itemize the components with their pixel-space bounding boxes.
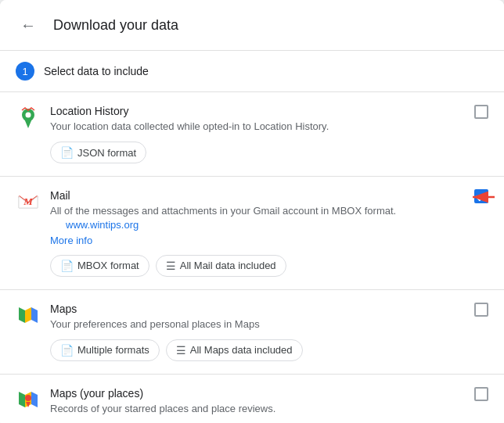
location-history-body: Location History Your location data coll… <box>50 105 465 134</box>
step-label: Select data to include <box>44 65 149 77</box>
maps-title: Maps <box>50 303 465 315</box>
svg-marker-10 <box>31 307 38 323</box>
list-icon: ☰ <box>176 344 186 357</box>
list-item: Location History Your location data coll… <box>0 92 504 177</box>
maps-desc: Your preferences and personal places in … <box>50 317 465 332</box>
svg-point-14 <box>25 395 31 401</box>
list-icon: ☰ <box>166 260 176 272</box>
chip[interactable]: 📄 MBOX format <box>50 255 149 277</box>
location-history-checkbox[interactable] <box>474 105 488 119</box>
list-item: Maps (your places) Records of your starr… <box>0 375 504 423</box>
chip[interactable]: ☰ All Maps data included <box>166 339 303 361</box>
chip[interactable]: 📄 JSON format <box>50 142 146 163</box>
mail-chips: 📄 MBOX format ☰ All Mail data included <box>16 255 488 277</box>
svg-marker-11 <box>19 392 25 407</box>
step-number: 1 <box>16 62 34 81</box>
maps-your-places-body: Maps (your places) Records of your starr… <box>50 387 465 416</box>
mail-icon: M <box>16 189 41 214</box>
chip-label: All Mail data included <box>180 260 276 271</box>
maps-chips: 📄 Multiple formats ☰ All Maps data inclu… <box>16 339 488 361</box>
doc-icon: 📄 <box>60 146 74 159</box>
main-window: ← Download your data 1 Select data to in… <box>0 0 504 423</box>
chip-label: JSON format <box>77 147 136 159</box>
mail-body: Mail All of the messages and attachments… <box>50 189 465 246</box>
page-title: Download your data <box>53 17 178 34</box>
location-history-desc: Your location data collected while opted… <box>50 120 465 134</box>
svg-marker-8 <box>19 307 25 323</box>
watermark-text: www.wintips.org <box>66 219 139 231</box>
list-item: M Mail All of the messages and attachmen… <box>0 177 504 289</box>
chip[interactable]: 📄 Multiple formats <box>50 339 160 361</box>
list-item: Maps Your preferences and personal place… <box>0 290 504 375</box>
mail-checkbox[interactable] <box>474 189 488 203</box>
chip[interactable]: ☰ All Mail data included <box>156 255 286 277</box>
maps-body: Maps Your preferences and personal place… <box>50 303 465 332</box>
content-area: Location History Your location data coll… <box>0 92 504 423</box>
more-info-link[interactable]: More info <box>50 235 92 246</box>
mail-desc: All of the messages and attachments in y… <box>50 204 465 232</box>
header: ← Download your data <box>0 0 504 51</box>
location-history-checkbox-area <box>474 105 488 119</box>
maps-checkbox[interactable] <box>474 303 488 317</box>
maps-icon <box>16 303 41 328</box>
location-history-icon <box>16 105 41 130</box>
maps-your-places-checkbox-area <box>474 387 488 401</box>
back-arrow-icon: ← <box>20 16 36 34</box>
svg-marker-9 <box>25 307 31 323</box>
chip-label: Multiple formats <box>77 344 149 356</box>
mail-checkbox-area <box>474 189 488 203</box>
svg-marker-1 <box>24 119 32 128</box>
svg-marker-13 <box>31 392 38 407</box>
svg-text:M: M <box>23 195 33 207</box>
doc-icon: 📄 <box>60 344 74 357</box>
chip-label: All Maps data included <box>190 344 293 356</box>
location-history-title: Location History <box>50 105 465 117</box>
maps-checkbox-area <box>474 303 488 317</box>
mail-title: Mail <box>50 189 465 202</box>
location-history-chips: 📄 JSON format <box>16 142 488 163</box>
maps-your-places-icon <box>16 387 41 412</box>
maps-your-places-desc: Records of your starred places and place… <box>50 402 465 416</box>
step-bar: 1 Select data to include <box>0 51 504 92</box>
chip-label: MBOX format <box>77 260 139 271</box>
maps-your-places-title: Maps (your places) <box>50 387 465 400</box>
maps-your-places-checkbox[interactable] <box>474 387 488 401</box>
svg-point-2 <box>26 113 31 118</box>
doc-icon: 📄 <box>60 260 74 272</box>
back-button[interactable]: ← <box>16 13 41 38</box>
